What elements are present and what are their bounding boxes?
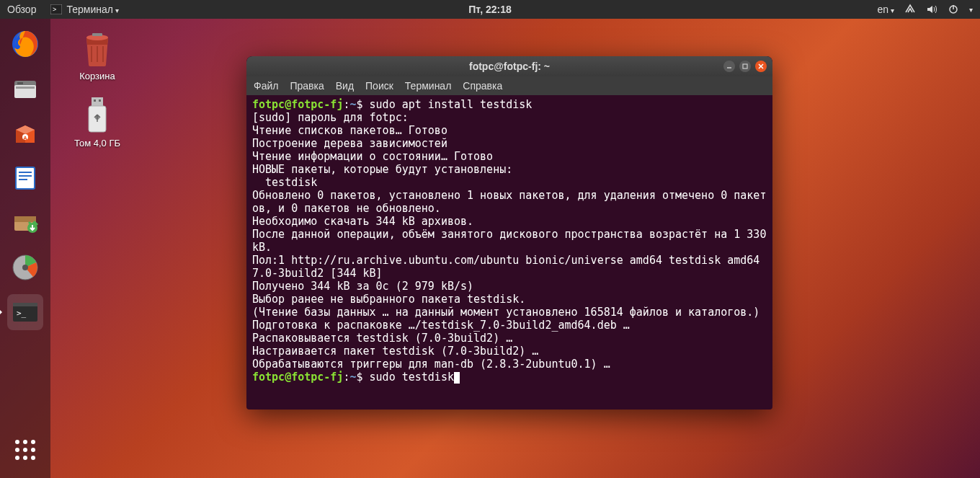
terminal-output-line: Выбор ранее не выбранного пакета testdis…	[252, 293, 525, 306]
terminal-output-line: testdisk	[252, 176, 317, 189]
svg-rect-14	[19, 175, 32, 177]
menu-help[interactable]: Справка	[463, 80, 502, 92]
svg-rect-17	[14, 216, 36, 222]
power-icon[interactable]	[948, 4, 959, 15]
desktop-usb-volume[interactable]: Том 4,0 ГБ	[65, 96, 130, 149]
terminal-output-line: Настраивается пакет testdisk (7.0-3build…	[252, 345, 538, 358]
terminal-output-line: Чтение информации о состоянии… Готово	[252, 150, 493, 163]
svg-rect-13	[19, 172, 32, 173]
terminal-output-line: НОВЫЕ пакеты, которые будут установлены:	[252, 163, 512, 176]
window-close-button[interactable]	[755, 61, 767, 72]
svg-rect-28	[94, 99, 96, 102]
terminal-output-line: Обрабатываются триггеры для man-db (2.8.…	[252, 358, 610, 371]
svg-text:A: A	[23, 135, 27, 141]
svg-rect-8	[17, 82, 23, 84]
window-titlebar[interactable]: fotpc@fotpc-fj: ~	[246, 56, 772, 76]
desktop-trash-label: Корзина	[79, 71, 115, 81]
launcher: A >_	[0, 19, 50, 478]
window-minimize-button[interactable]	[723, 61, 735, 72]
menubar: Файл Правка Вид Поиск Терминал Справка	[246, 76, 772, 95]
terminal-output-line: [sudo] пароль для fotpc:	[252, 111, 409, 124]
svg-rect-15	[19, 179, 27, 180]
terminal-output-line: Получено 344 kB за 0с (2 979 kB/s)	[252, 280, 473, 293]
terminal-output-line: Пол:1 http://ru.archive.ubuntu.com/ubunt…	[252, 254, 766, 280]
window-maximize-button[interactable]	[739, 61, 751, 72]
activities-button[interactable]: Обзор	[7, 4, 36, 15]
terminal-output-line: Подготовка к распаковке …/testdisk_7.0-3…	[252, 319, 630, 332]
terminal-output-line: Распаковывается testdisk (7.0-3build2) …	[252, 332, 512, 345]
menu-search[interactable]: Поиск	[365, 80, 393, 92]
terminal-icon: >	[50, 4, 62, 15]
terminal-output-line: После данной операции, объём занятого ди…	[252, 228, 772, 254]
language-indicator[interactable]: en	[877, 4, 894, 15]
terminal-body[interactable]: fotpc@fotpc-fj:~$ sudo apt install testd…	[246, 95, 772, 389]
network-icon[interactable]	[904, 4, 916, 15]
terminal-output-line: (Чтение базы данных … на данный момент у…	[252, 306, 760, 319]
svg-rect-29	[99, 99, 101, 102]
launcher-software[interactable]: A	[7, 115, 43, 151]
system-menu-arrow[interactable]: ▾	[969, 6, 973, 14]
terminal-cursor	[454, 372, 460, 384]
apps-grid-icon	[15, 440, 35, 460]
volume-icon[interactable]	[926, 4, 937, 15]
clock[interactable]: Пт, 22:18	[468, 4, 511, 15]
terminal-window: fotpc@fotpc-fj: ~ Файл Правка Вид Поиск …	[246, 56, 772, 410]
svg-rect-26	[92, 33, 102, 36]
svg-point-21	[22, 265, 28, 270]
launcher-writer[interactable]	[7, 160, 43, 196]
terminal-output-line: Построение дерева зависимостей	[252, 137, 447, 150]
svg-rect-34	[743, 64, 747, 68]
menu-view[interactable]: Вид	[336, 80, 354, 92]
svg-text:>: >	[53, 6, 56, 13]
svg-text:>_: >_	[17, 309, 27, 318]
launcher-terminal[interactable]: >_	[7, 294, 43, 330]
svg-rect-7	[16, 87, 35, 89]
window-title: fotpc@fotpc-fj: ~	[469, 61, 550, 72]
terminal-output-line: Обновлено 0 пакетов, установлено 1 новых…	[252, 189, 766, 215]
app-menu[interactable]: Терминал	[66, 4, 118, 15]
svg-rect-23	[13, 303, 37, 306]
show-applications[interactable]	[7, 432, 43, 468]
launcher-files[interactable]	[7, 71, 43, 107]
launcher-disks[interactable]	[7, 249, 43, 286]
trash-icon	[81, 30, 114, 68]
menu-file[interactable]: Файл	[254, 80, 278, 92]
usb-icon	[83, 96, 112, 135]
terminal-output-line: Чтение списков пакетов… Готово	[252, 124, 447, 137]
launcher-update[interactable]	[7, 205, 43, 241]
launcher-firefox[interactable]	[7, 26, 43, 62]
svg-rect-11	[16, 167, 35, 189]
desktop-icons: Корзина Том 4,0 ГБ	[65, 30, 130, 149]
terminal-output-line: Необходимо скачать 344 kB архивов.	[252, 215, 473, 228]
menu-terminal[interactable]: Терминал	[405, 80, 451, 92]
menu-edit[interactable]: Правка	[290, 80, 324, 92]
svg-rect-27	[92, 97, 103, 106]
desktop-usb-label: Том 4,0 ГБ	[74, 138, 120, 149]
top-bar: Обзор > Терминал Пт, 22:18 en ▾	[0, 0, 980, 19]
desktop-trash[interactable]: Корзина	[65, 30, 130, 81]
